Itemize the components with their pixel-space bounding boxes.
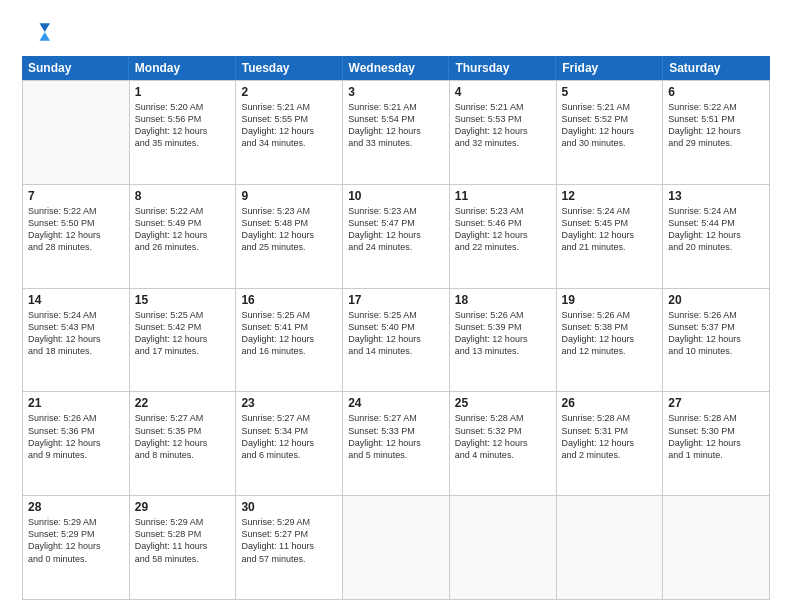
cell-line: Daylight: 12 hours (28, 333, 124, 345)
cal-cell: 22Sunrise: 5:27 AMSunset: 5:35 PMDayligh… (130, 392, 237, 496)
day-number: 16 (241, 293, 337, 307)
day-number: 8 (135, 189, 231, 203)
cell-line: Sunset: 5:32 PM (455, 425, 551, 437)
cell-line: Sunrise: 5:25 AM (241, 309, 337, 321)
cell-line: Sunrise: 5:29 AM (28, 516, 124, 528)
cell-line: Daylight: 12 hours (28, 229, 124, 241)
day-number: 12 (562, 189, 658, 203)
cell-line: and 0 minutes. (28, 553, 124, 565)
cal-cell: 12Sunrise: 5:24 AMSunset: 5:45 PMDayligh… (557, 185, 664, 289)
cell-line: and 5 minutes. (348, 449, 444, 461)
cell-line: Sunrise: 5:27 AM (348, 412, 444, 424)
cell-line: Sunrise: 5:28 AM (668, 412, 764, 424)
cell-line: Daylight: 12 hours (28, 437, 124, 449)
day-number: 18 (455, 293, 551, 307)
cell-line: and 14 minutes. (348, 345, 444, 357)
day-number: 15 (135, 293, 231, 307)
day-number: 28 (28, 500, 124, 514)
cell-line: and 16 minutes. (241, 345, 337, 357)
day-number: 23 (241, 396, 337, 410)
weekday-header-thursday: Thursday (449, 56, 556, 80)
day-number: 30 (241, 500, 337, 514)
weekday-header-monday: Monday (129, 56, 236, 80)
cell-line: Sunset: 5:34 PM (241, 425, 337, 437)
cell-line: Sunrise: 5:21 AM (455, 101, 551, 113)
cal-cell: 25Sunrise: 5:28 AMSunset: 5:32 PMDayligh… (450, 392, 557, 496)
cell-line: Daylight: 12 hours (562, 229, 658, 241)
cell-line: Daylight: 12 hours (455, 333, 551, 345)
cal-cell (450, 496, 557, 600)
calendar: SundayMondayTuesdayWednesdayThursdayFrid… (22, 56, 770, 600)
cell-line: Daylight: 12 hours (668, 333, 764, 345)
cell-line: Daylight: 12 hours (348, 437, 444, 449)
cal-cell: 19Sunrise: 5:26 AMSunset: 5:38 PMDayligh… (557, 289, 664, 393)
cell-line: Daylight: 11 hours (135, 540, 231, 552)
cal-cell: 15Sunrise: 5:25 AMSunset: 5:42 PMDayligh… (130, 289, 237, 393)
cell-line: Sunrise: 5:24 AM (562, 205, 658, 217)
cal-cell: 20Sunrise: 5:26 AMSunset: 5:37 PMDayligh… (663, 289, 770, 393)
cal-cell: 30Sunrise: 5:29 AMSunset: 5:27 PMDayligh… (236, 496, 343, 600)
cal-cell (557, 496, 664, 600)
cal-cell: 27Sunrise: 5:28 AMSunset: 5:30 PMDayligh… (663, 392, 770, 496)
cell-line: Sunset: 5:40 PM (348, 321, 444, 333)
cal-cell: 16Sunrise: 5:25 AMSunset: 5:41 PMDayligh… (236, 289, 343, 393)
cell-line: Sunrise: 5:27 AM (135, 412, 231, 424)
header (22, 18, 770, 46)
cell-line: Sunset: 5:56 PM (135, 113, 231, 125)
cell-line: Sunrise: 5:21 AM (348, 101, 444, 113)
cell-line: Daylight: 12 hours (562, 333, 658, 345)
svg-marker-0 (40, 23, 51, 32)
cal-cell: 17Sunrise: 5:25 AMSunset: 5:40 PMDayligh… (343, 289, 450, 393)
day-number: 11 (455, 189, 551, 203)
cell-line: Daylight: 12 hours (241, 437, 337, 449)
cell-line: Sunrise: 5:29 AM (135, 516, 231, 528)
cal-cell: 24Sunrise: 5:27 AMSunset: 5:33 PMDayligh… (343, 392, 450, 496)
cal-cell: 23Sunrise: 5:27 AMSunset: 5:34 PMDayligh… (236, 392, 343, 496)
cal-cell: 5Sunrise: 5:21 AMSunset: 5:52 PMDaylight… (557, 81, 664, 185)
cal-cell: 7Sunrise: 5:22 AMSunset: 5:50 PMDaylight… (23, 185, 130, 289)
cell-line: Sunset: 5:31 PM (562, 425, 658, 437)
cell-line: and 29 minutes. (668, 137, 764, 149)
cell-line: Sunrise: 5:23 AM (348, 205, 444, 217)
cell-line: Daylight: 12 hours (562, 437, 658, 449)
cell-line: and 34 minutes. (241, 137, 337, 149)
cell-line: Sunset: 5:29 PM (28, 528, 124, 540)
cal-cell: 18Sunrise: 5:26 AMSunset: 5:39 PMDayligh… (450, 289, 557, 393)
day-number: 25 (455, 396, 551, 410)
cal-cell: 4Sunrise: 5:21 AMSunset: 5:53 PMDaylight… (450, 81, 557, 185)
cell-line: Daylight: 12 hours (28, 540, 124, 552)
day-number: 17 (348, 293, 444, 307)
cell-line: Daylight: 12 hours (241, 125, 337, 137)
day-number: 5 (562, 85, 658, 99)
logo-icon (22, 18, 50, 46)
weekday-header-sunday: Sunday (22, 56, 129, 80)
day-number: 27 (668, 396, 764, 410)
cell-line: and 6 minutes. (241, 449, 337, 461)
cell-line: and 58 minutes. (135, 553, 231, 565)
cell-line: Sunset: 5:44 PM (668, 217, 764, 229)
cell-line: and 35 minutes. (135, 137, 231, 149)
cal-cell: 10Sunrise: 5:23 AMSunset: 5:47 PMDayligh… (343, 185, 450, 289)
day-number: 21 (28, 396, 124, 410)
cal-cell: 11Sunrise: 5:23 AMSunset: 5:46 PMDayligh… (450, 185, 557, 289)
cell-line: Sunrise: 5:28 AM (455, 412, 551, 424)
cell-line: Sunset: 5:55 PM (241, 113, 337, 125)
cell-line: Sunset: 5:46 PM (455, 217, 551, 229)
cell-line: and 30 minutes. (562, 137, 658, 149)
cell-line: Sunset: 5:47 PM (348, 217, 444, 229)
cell-line: Sunset: 5:27 PM (241, 528, 337, 540)
cal-cell: 9Sunrise: 5:23 AMSunset: 5:48 PMDaylight… (236, 185, 343, 289)
cell-line: and 26 minutes. (135, 241, 231, 253)
page: SundayMondayTuesdayWednesdayThursdayFrid… (0, 0, 792, 612)
cell-line: Sunrise: 5:23 AM (455, 205, 551, 217)
cell-line: Daylight: 12 hours (668, 125, 764, 137)
cell-line: Sunrise: 5:20 AM (135, 101, 231, 113)
cell-line: Sunset: 5:30 PM (668, 425, 764, 437)
cell-line: Sunset: 5:41 PM (241, 321, 337, 333)
cell-line: Sunrise: 5:24 AM (668, 205, 764, 217)
cell-line: Sunset: 5:42 PM (135, 321, 231, 333)
cell-line: and 25 minutes. (241, 241, 337, 253)
day-number: 10 (348, 189, 444, 203)
cell-line: and 17 minutes. (135, 345, 231, 357)
cell-line: Sunrise: 5:22 AM (135, 205, 231, 217)
